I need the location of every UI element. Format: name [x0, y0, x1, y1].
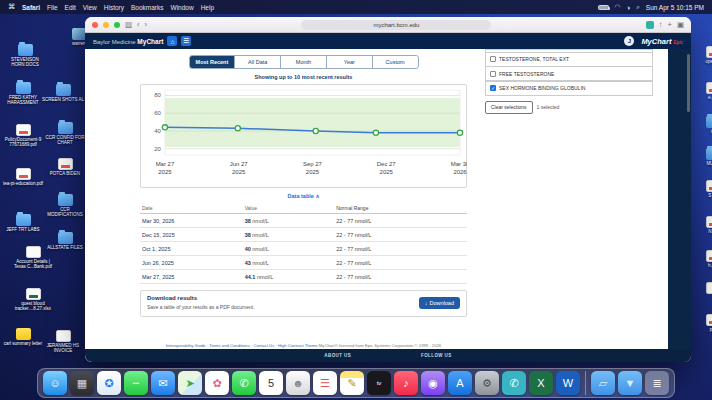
wifi-icon[interactable]: ◠ [615, 3, 621, 11]
scrollbar-thumb[interactable] [687, 54, 690, 112]
tab-month[interactable]: Month [281, 56, 327, 68]
dock-reminders-icon[interactable]: ☰ [313, 371, 337, 395]
tab-overview-icon[interactable]: ▣ [677, 21, 684, 29]
desktop-icon-h-pdf[interactable]: h.pdf [692, 250, 712, 268]
dock-notes-icon[interactable]: ✎ [340, 371, 364, 395]
data-point[interactable] [457, 130, 462, 135]
back-button[interactable]: ‹ [137, 21, 140, 29]
dock-system-settings-icon[interactable]: ⚙ [475, 371, 499, 395]
desktop-icon-carl-summary-letter[interactable]: carl summary letter [2, 328, 44, 346]
dock-podcasts-icon[interactable]: ◉ [421, 371, 445, 395]
desktop-icon-ccr-modifications[interactable]: CCR MODIFICATIONS [44, 194, 86, 218]
control-center-icon[interactable]: ◑ [626, 4, 630, 11]
desktop-icon-jeranmed-hs-invoice[interactable]: JERANMED HS INVOICE [42, 330, 84, 354]
menu-file[interactable]: File [47, 4, 57, 11]
menu-bar-clock[interactable]: Sun Apr 5 10:15 PM [646, 4, 704, 11]
extension-icon[interactable] [646, 21, 654, 29]
window-close-button[interactable] [92, 22, 98, 28]
desktop-icon-rd[interactable]: rd [692, 116, 712, 134]
dock-finder-icon[interactable]: ☺ [43, 371, 67, 395]
dock-messages-icon[interactable]: ••• [124, 371, 148, 395]
mychart-header: Baylor Medicine MyChart ⌂ ☰ J MyChart Ep… [85, 33, 691, 49]
dock-folder-downloads-icon[interactable]: ▼ [618, 371, 642, 395]
dock-maps-icon[interactable]: ➤ [178, 371, 202, 395]
desktop-icon-label: e.pdf [708, 95, 712, 100]
desktop-icon-account-details-texas-c-bank-pdf[interactable]: Account Details | Texas C...Bank.pdf [12, 246, 54, 270]
tab-custom[interactable]: Custom [373, 56, 418, 68]
menu-history[interactable]: History [104, 4, 124, 11]
tab-all-data[interactable]: All Data [235, 56, 281, 68]
desktop-icon-s-18[interactable]: S 18 [692, 180, 712, 198]
download-button[interactable]: ↓ Download [419, 297, 460, 309]
folder-icon [56, 84, 71, 96]
main-menu-button[interactable]: ☰ [181, 36, 191, 46]
menu-edit[interactable]: Edit [65, 4, 76, 11]
dock-safari-icon[interactable]: ✪ [97, 371, 121, 395]
x-axis-tick-label: 2025 [380, 169, 394, 175]
desktop-icon-musc[interactable]: MUSC [692, 148, 712, 166]
desktop-icon-policydocument-9-77671689-pdf[interactable]: PolicyDocument-9 77671689.pdf [2, 124, 44, 148]
dock-facetime-icon[interactable]: ✆ [232, 371, 256, 395]
desktop-icon-ope-pdf[interactable]: ope.pdf [692, 46, 712, 64]
filter-item-testosterone-total-ext[interactable]: TESTOSTERONE, TOTAL EXT [485, 52, 653, 67]
desktop-icon-ccr-confid-for-chart[interactable]: CCR CONFID FOR CHART [44, 122, 86, 146]
data-point[interactable] [373, 130, 378, 135]
data-point[interactable] [235, 126, 240, 131]
desktop-icon-potca-biden[interactable]: POTCA BIDEN [44, 158, 86, 176]
desktop-icon-fred-kathy-harassment[interactable]: FRED KATHY HARASSMENT [2, 82, 44, 106]
avatar[interactable]: J [624, 36, 634, 46]
menu-view[interactable]: View [83, 4, 97, 11]
clear-selections-button[interactable]: Clear selections [485, 101, 533, 114]
filter-item-free-testosterone[interactable]: FREE TESTOSTERONE [485, 66, 653, 81]
new-tab-icon[interactable]: + [668, 21, 672, 29]
dock-contacts-icon[interactable]: ☻ [286, 371, 310, 395]
menu-help[interactable]: Help [201, 4, 214, 11]
home-button[interactable]: ⌂ [167, 36, 177, 46]
dock-launchpad-icon[interactable]: ▦ [70, 371, 94, 395]
battery-icon[interactable] [598, 5, 609, 10]
tab-year[interactable]: Year [327, 56, 373, 68]
dock-mail-icon[interactable]: ✉ [151, 371, 175, 395]
cell-value: 40 nmol/L [245, 246, 337, 252]
filter-item-sex-hormone-binding-globulin[interactable]: ✓SEX HORMONE BINDING GLOBULIN [485, 81, 653, 96]
data-point[interactable] [162, 125, 167, 130]
desktop-icon-tea-pt-education-pdf[interactable]: tea-pt-education.pdf [2, 168, 44, 186]
data-table-toggle[interactable]: Data table ∧ [140, 193, 467, 199]
share-icon[interactable]: ↑ [659, 21, 663, 29]
dock-calendar-icon[interactable]: 5 [259, 371, 283, 395]
checkbox-icon[interactable] [490, 71, 496, 77]
window-zoom-button[interactable] [114, 22, 120, 28]
dock-excel-icon[interactable]: X [529, 371, 553, 395]
dock-tv-icon[interactable]: tv [367, 371, 391, 395]
address-bar[interactable]: mychart.bcm.edu [301, 20, 491, 30]
menu-bookmarks[interactable]: Bookmarks [131, 4, 164, 11]
tab-most-recent[interactable]: Most Recent [190, 56, 236, 68]
dock-music-icon[interactable]: ♪ [394, 371, 418, 395]
desktop-icon-e-pdf[interactable]: e.pdf [692, 82, 712, 100]
window-minimize-button[interactable] [103, 22, 109, 28]
desktop-icon-t[interactable]: t [692, 282, 712, 300]
desktop-icon-pdf[interactable]: pdf [692, 314, 712, 332]
desktop-icon-n-18[interactable]: N 18 [692, 216, 712, 234]
footer-links[interactable]: Interoperability Guide · Terms and Condi… [166, 343, 318, 348]
dock-app-store-icon[interactable]: A [448, 371, 472, 395]
desktop-icon-jeff-trt-labs[interactable]: JEFF TRT LABS [2, 214, 44, 232]
checkbox-checked-icon[interactable]: ✓ [490, 85, 496, 91]
checkbox-icon[interactable] [490, 56, 496, 62]
desktop-icon-quest-blood-tracker-8-27-xlsx[interactable]: quest blood tracker....8.27.xlsx [12, 288, 54, 312]
search-icon[interactable]: ⌕ [636, 3, 640, 11]
dock-photos-icon[interactable]: ✿ [205, 371, 229, 395]
org-name: Baylor Medicine [93, 39, 136, 45]
apple-menu-icon[interactable]: ⌘ [8, 3, 15, 11]
sidebar-toggle-icon[interactable]: ▥ [125, 21, 132, 29]
desktop-icon-stevenson-horn-docs[interactable]: STEVENSON HORN DOCS [4, 44, 46, 68]
dock-folder-documents-icon[interactable]: ▱ [591, 371, 615, 395]
dock-trash-icon[interactable]: ≣ [645, 371, 669, 395]
data-point[interactable] [313, 128, 318, 133]
menu-app-name[interactable]: Safari [22, 4, 40, 11]
dock-zoom-icon[interactable]: ✆ [502, 371, 526, 395]
dock-word-icon[interactable]: W [556, 371, 580, 395]
menu-window[interactable]: Window [171, 4, 194, 11]
desktop-icon-screen-shots-al[interactable]: SCREEN SHOTS AL [42, 84, 84, 102]
forward-button[interactable]: › [145, 21, 148, 29]
